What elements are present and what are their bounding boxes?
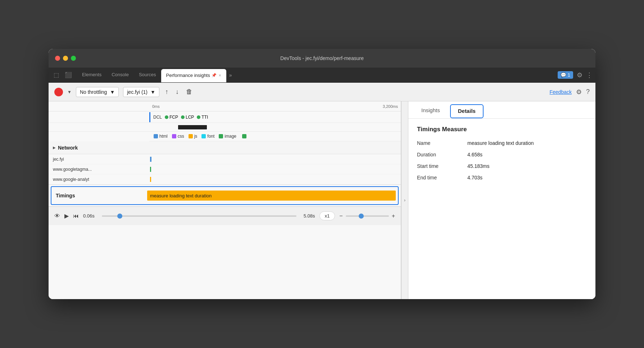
legend-bar: html css js font image (149, 132, 401, 141)
timeline-slider[interactable] (102, 215, 296, 217)
right-panel-tabs: Insights Details (408, 101, 595, 119)
tab-performance-insights[interactable]: Performance insights 📌 × (161, 69, 226, 82)
record-dropdown-arrow[interactable]: ▼ (67, 90, 72, 95)
right-panel: Insights Details Timings Measure Name me… (408, 101, 595, 299)
zoom-out-icon[interactable]: − (339, 213, 343, 219)
ruler-ticks: 0ms 3,200ms (149, 104, 401, 109)
throttle-select[interactable]: No throttling ▼ (76, 87, 119, 97)
traffic-lights (55, 56, 76, 61)
detail-label-name: Name (417, 140, 467, 146)
timings-measure-bar: measure loading text duration (147, 191, 396, 201)
legend-font: font (201, 134, 214, 139)
legend-css: css (172, 134, 184, 139)
title-bar: DevTools - jec.fyi/demo/perf-measure (49, 49, 595, 68)
tab-details[interactable]: Details (450, 104, 484, 118)
speed-badge[interactable]: x1 (319, 211, 335, 220)
js-legend-color (189, 134, 193, 138)
more-options-icon[interactable]: ⋮ (586, 71, 593, 79)
help-icon[interactable]: ? (586, 88, 590, 96)
network-label: Network (58, 145, 78, 151)
network-bar (146, 154, 401, 164)
detail-label-duration: Duration (417, 152, 467, 157)
zoom-track[interactable] (346, 215, 389, 217)
upload-icon[interactable]: ↑ (164, 87, 170, 97)
delete-icon[interactable]: 🗑 (185, 87, 194, 97)
maximize-button[interactable] (71, 56, 76, 61)
detail-row-name: Name measure loading text duration (417, 140, 587, 146)
network-header: ▶ Network (49, 141, 401, 154)
table-row[interactable]: www.google-analyt (49, 174, 401, 184)
throttle-label: No throttling (80, 89, 107, 95)
feedback-link[interactable]: Feedback (550, 89, 572, 95)
cursor-icon[interactable]: ⬚ (51, 72, 61, 78)
fcp-marker: FCP (165, 115, 178, 120)
download-icon[interactable]: ↓ (174, 87, 180, 97)
detail-row-start: Start time 45.183ms (417, 163, 587, 169)
network-toggle[interactable]: ▶ (53, 146, 56, 150)
table-row[interactable]: www.googletagma... (49, 164, 401, 174)
pin-icon: 📌 (212, 73, 217, 78)
session-select[interactable]: jec.fyi (1) ▼ (123, 87, 159, 97)
tab-sources[interactable]: Sources (134, 68, 161, 82)
network-bar (146, 164, 401, 174)
tab-console[interactable]: Console (106, 68, 134, 82)
legend-html: html (154, 134, 168, 139)
tab-bar: ⬚ ⬛ Elements Console Sources Performance… (49, 68, 595, 83)
timings-bar-area: measure loading text duration (145, 191, 398, 201)
bar-html (150, 157, 151, 162)
left-panel: 0ms 3,200ms DCL FCP LCP (49, 101, 401, 299)
tab-elements[interactable]: Elements (77, 68, 106, 82)
collapse-icon: › (404, 198, 405, 203)
tab-close-icon[interactable]: × (219, 73, 221, 78)
table-row[interactable]: jec.fyi (49, 154, 401, 164)
tab-more-button[interactable]: » (226, 68, 235, 82)
slider-track[interactable] (102, 215, 296, 217)
detail-label-end: End time (417, 175, 467, 180)
bar-google-analyt (150, 177, 151, 182)
timings-measure-label: measure loading text duration (150, 193, 212, 198)
slider-thumb[interactable] (117, 214, 122, 219)
play-icon[interactable]: ▶ (64, 212, 69, 219)
network-row-name: jec.fyi (53, 157, 146, 162)
zoom-slider: − + (339, 213, 395, 219)
skip-to-start-icon[interactable]: ⏮ (73, 213, 79, 219)
time-end-display: 5.08s (304, 213, 315, 219)
minimize-button[interactable] (63, 56, 68, 61)
lcp-marker: LCP (181, 115, 194, 120)
detail-row-end: End time 4.703s (417, 175, 587, 180)
black-bar (178, 125, 207, 129)
network-row-name: www.google-analyt (53, 177, 146, 182)
session-label: jec.fyi (1) (127, 89, 148, 95)
detail-value-end: 4.703s (467, 175, 482, 180)
markers-row: DCL FCP LCP TTI (49, 111, 401, 123)
detail-label-start: Start time (417, 163, 467, 169)
timings-row[interactable]: Timings measure loading text duration (51, 186, 399, 205)
collapse-handle[interactable]: › (401, 101, 408, 299)
html-legend-color (154, 134, 158, 138)
settings-icon[interactable]: ⚙ (577, 71, 582, 79)
right-panel-content: Timings Measure Name measure loading tex… (408, 119, 595, 299)
record-button[interactable] (54, 88, 63, 96)
section-title: Timings Measure (417, 126, 587, 133)
detail-value-duration: 4.658s (467, 152, 482, 157)
ruler-area: 0ms 3,200ms (49, 101, 401, 111)
tti-marker: TTI (197, 115, 208, 120)
chat-badge[interactable]: 💬 1 (558, 71, 573, 79)
eye-icon[interactable]: 👁 (54, 213, 60, 219)
black-bar-row (49, 123, 401, 132)
window-title: DevTools - jec.fyi/demo/perf-measure (280, 55, 364, 61)
settings-icon-toolbar[interactable]: ⚙ (576, 88, 582, 96)
network-section: ▶ Network jec.fyi www.googletagma... (49, 141, 401, 185)
zoom-in-icon[interactable]: + (392, 213, 395, 219)
detail-value-name: measure loading text duration (467, 140, 534, 146)
time-start-display: 0.06s (83, 213, 95, 219)
bar-google-tag (150, 167, 151, 172)
devtools-window: DevTools - jec.fyi/demo/perf-measure ⬚ ⬛… (49, 49, 595, 299)
toolbar: ▼ No throttling ▼ jec.fyi (1) ▼ ↑ ↓ 🗑 Fe… (49, 83, 595, 101)
network-bar (146, 174, 401, 184)
close-button[interactable] (55, 56, 60, 61)
zoom-thumb[interactable] (359, 214, 364, 219)
tab-insights[interactable]: Insights (414, 104, 447, 118)
device-icon[interactable]: ⬛ (63, 72, 74, 78)
image-legend-color (219, 134, 223, 138)
